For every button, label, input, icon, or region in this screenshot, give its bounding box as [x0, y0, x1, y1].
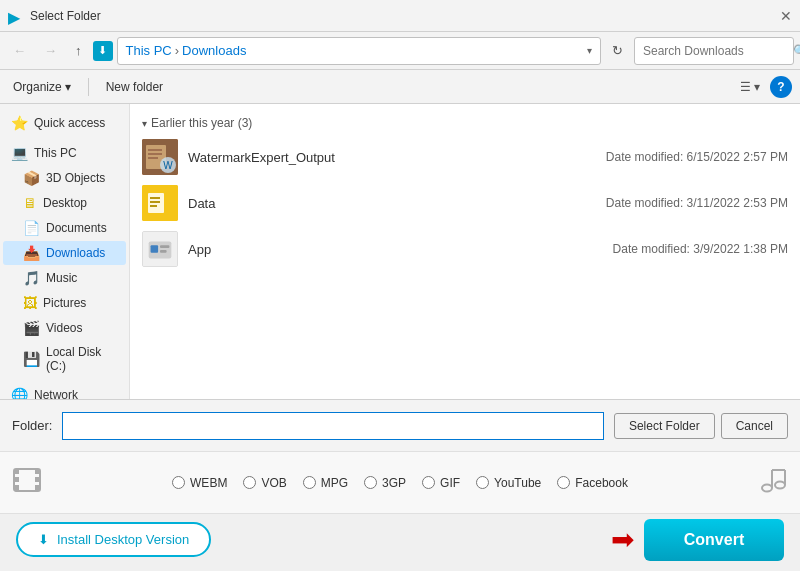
app-icon: ▶	[8, 8, 24, 24]
folder-label: Folder:	[12, 418, 52, 433]
new-folder-button[interactable]: New folder	[101, 77, 168, 97]
sidebar-item-downloads[interactable]: 📥 Downloads	[3, 241, 126, 265]
folder-icon: 🎬	[23, 320, 40, 336]
svg-rect-9	[150, 197, 160, 199]
chevron-down-icon: ▾	[142, 118, 147, 129]
folder-buttons: Select Folder Cancel	[614, 413, 788, 439]
file-item-app[interactable]: App Date modified: 3/9/2022 1:38 PM	[130, 226, 800, 272]
format-option-webm[interactable]: WEBM	[172, 476, 227, 490]
file-thumb-app	[142, 231, 178, 267]
install-download-icon: ⬇	[38, 532, 49, 547]
format-option-vob[interactable]: VOB	[243, 476, 286, 490]
arrow-right-icon: ➡	[611, 523, 634, 556]
address-dropdown-icon[interactable]: ▾	[587, 45, 592, 56]
file-item-watermark[interactable]: W WatermarkExpert_Output Date modified: …	[130, 134, 800, 180]
format-radio-mpg[interactable]	[303, 476, 316, 489]
folder-input[interactable]	[62, 412, 603, 440]
install-label: Install Desktop Version	[57, 532, 189, 547]
format-option-3gp[interactable]: 3GP	[364, 476, 406, 490]
action-bar: ⬇ Install Desktop Version ➡ Convert	[0, 513, 800, 565]
network-icon: 🌐	[11, 387, 28, 399]
svg-rect-15	[160, 245, 169, 248]
close-button[interactable]: ✕	[780, 8, 792, 24]
sidebar-item-pictures[interactable]: 🖼 Pictures	[3, 291, 126, 315]
back-button[interactable]: ←	[6, 39, 33, 62]
search-icon: 🔍	[793, 44, 800, 58]
file-thumb-data	[142, 185, 178, 221]
file-thumb-watermark: W	[142, 139, 178, 175]
svg-rect-21	[35, 469, 40, 474]
file-date-app: Date modified: 3/9/2022 1:38 PM	[613, 242, 788, 256]
folder-icon: 🎵	[23, 270, 40, 286]
format-option-gif[interactable]: GIF	[422, 476, 460, 490]
svg-point-25	[775, 481, 785, 488]
toolbar: Organize ▾ New folder ☰ ▾ ?	[0, 70, 800, 104]
svg-rect-4	[148, 157, 158, 159]
address-this-pc: This PC	[126, 43, 172, 58]
sidebar-item-this-pc[interactable]: 💻 This PC	[3, 141, 126, 165]
format-radio-webm[interactable]	[172, 476, 185, 489]
format-option-facebook[interactable]: Facebook	[557, 476, 628, 490]
organize-button[interactable]: Organize ▾	[8, 77, 76, 97]
download-icon[interactable]: ⬇	[93, 41, 113, 61]
file-date-watermark: Date modified: 6/15/2022 2:57 PM	[606, 150, 788, 164]
format-options: WEBM VOB MPG 3GP GIF YouTube Facebook	[50, 476, 750, 490]
svg-rect-22	[35, 477, 40, 482]
format-radio-facebook[interactable]	[557, 476, 570, 489]
svg-rect-19	[14, 477, 19, 482]
sidebar-item-videos[interactable]: 🎬 Videos	[3, 316, 126, 340]
file-list: ▾ Earlier this year (3) W WatermarkExper…	[130, 104, 800, 399]
format-radio-vob[interactable]	[243, 476, 256, 489]
sidebar-item-local-disk[interactable]: 💾 Local Disk (C:)	[3, 341, 126, 377]
svg-rect-3	[148, 153, 162, 155]
toolbar-right: ☰ ▾ ?	[734, 76, 792, 98]
sidebar: ⭐ Quick access 💻 This PC 📦 3D Objects 🖥 …	[0, 104, 130, 399]
folder-icon: 📥	[23, 245, 40, 261]
install-button[interactable]: ⬇ Install Desktop Version	[16, 522, 211, 557]
music-icon	[758, 465, 788, 501]
svg-rect-14	[151, 245, 159, 253]
svg-rect-16	[160, 250, 167, 253]
section-label: ▾ Earlier this year (3)	[130, 112, 800, 134]
title-bar-text: Select Folder	[30, 9, 780, 23]
main-content: ⭐ Quick access 💻 This PC 📦 3D Objects 🖥 …	[0, 104, 800, 399]
convert-area: ➡ Convert	[611, 519, 784, 561]
sidebar-item-music[interactable]: 🎵 Music	[3, 266, 126, 290]
select-folder-button[interactable]: Select Folder	[614, 413, 715, 439]
cancel-button[interactable]: Cancel	[721, 413, 788, 439]
sidebar-item-network[interactable]: 🌐 Network	[3, 383, 126, 399]
file-name-data: Data	[188, 196, 596, 211]
help-button[interactable]: ?	[770, 76, 792, 98]
file-item-data[interactable]: Data Date modified: 3/11/2022 2:53 PM	[130, 180, 800, 226]
star-icon: ⭐	[11, 115, 28, 131]
folder-icon: 🖼	[23, 295, 37, 311]
format-option-youtube[interactable]: YouTube	[476, 476, 541, 490]
folder-icon: 🖥	[23, 195, 37, 211]
view-button[interactable]: ☰ ▾	[734, 76, 766, 98]
svg-rect-11	[150, 205, 157, 207]
svg-rect-18	[14, 469, 19, 474]
svg-rect-20	[14, 485, 19, 490]
folder-icon: 📄	[23, 220, 40, 236]
disk-icon: 💾	[23, 351, 40, 367]
format-radio-youtube[interactable]	[476, 476, 489, 489]
refresh-button[interactable]: ↻	[605, 39, 630, 62]
sidebar-item-quick-access[interactable]: ⭐ Quick access	[3, 111, 126, 135]
convert-button[interactable]: Convert	[644, 519, 784, 561]
search-input[interactable]	[643, 44, 793, 58]
sidebar-item-documents[interactable]: 📄 Documents	[3, 216, 126, 240]
svg-text:W: W	[163, 160, 173, 171]
up-button[interactable]: ↑	[68, 39, 89, 62]
forward-button[interactable]: →	[37, 39, 64, 62]
toolbar-separator	[88, 78, 89, 96]
format-radio-gif[interactable]	[422, 476, 435, 489]
svg-point-24	[762, 484, 772, 491]
address-downloads: Downloads	[182, 43, 246, 58]
format-option-mpg[interactable]: MPG	[303, 476, 348, 490]
sidebar-item-3d-objects[interactable]: 📦 3D Objects	[3, 166, 126, 190]
format-radio-3gp[interactable]	[364, 476, 377, 489]
search-bar: 🔍	[634, 37, 794, 65]
sidebar-item-desktop[interactable]: 🖥 Desktop	[3, 191, 126, 215]
film-icon	[12, 465, 42, 501]
address-bar[interactable]: This PC › Downloads ▾	[117, 37, 602, 65]
